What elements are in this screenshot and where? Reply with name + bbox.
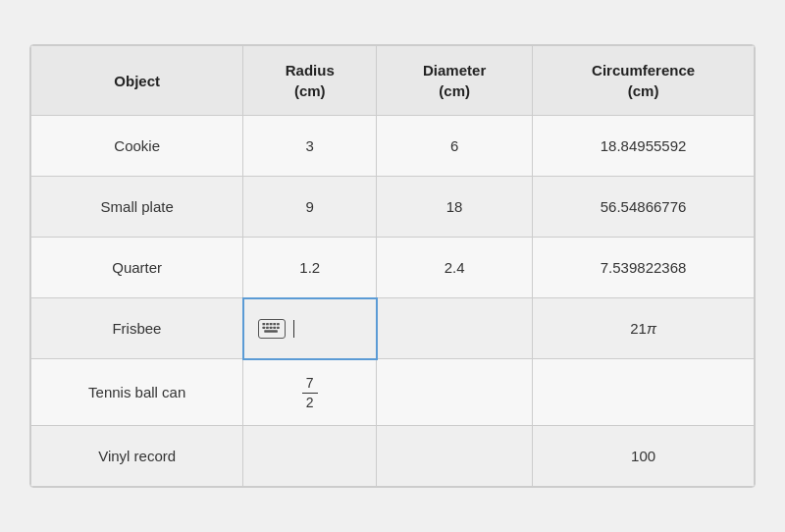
cell-radius: 1.2 <box>243 238 377 298</box>
cell-diameter: 2.4 <box>377 238 533 298</box>
cell-radius: 3 <box>243 116 377 177</box>
svg-rect-0 <box>262 323 265 325</box>
cell-circumference: 100 <box>533 425 755 486</box>
keyboard-icon <box>258 319 286 339</box>
cell-circumference <box>533 359 755 425</box>
svg-rect-1 <box>266 323 269 325</box>
svg-rect-8 <box>273 327 276 329</box>
svg-rect-10 <box>264 330 278 332</box>
table-row: Quarter1.22.47.539822368 <box>31 238 755 298</box>
svg-rect-3 <box>273 323 276 325</box>
table-row: Cookie3618.84955592 <box>31 116 755 177</box>
svg-rect-5 <box>262 327 265 329</box>
fraction-value: 7 2 <box>302 375 318 411</box>
cell-diameter <box>377 359 533 425</box>
text-cursor <box>293 320 295 338</box>
col-header-radius: Radius(cm) <box>243 46 377 116</box>
cell-object: Tennis ball can <box>31 359 243 425</box>
svg-rect-2 <box>270 323 273 325</box>
table-header-row: Object Radius(cm) Diameter(cm) Circumfer… <box>31 46 755 116</box>
circle-data-table: Object Radius(cm) Diameter(cm) Circumfer… <box>30 45 755 486</box>
cell-diameter: 18 <box>377 177 533 238</box>
svg-rect-9 <box>277 327 280 329</box>
cell-circumference: 7.539822368 <box>533 238 755 298</box>
cell-radius <box>243 425 377 486</box>
input-cell-content <box>258 319 362 339</box>
cell-object: Small plate <box>31 177 243 238</box>
table-row: Frisbee <box>31 298 755 359</box>
table-row: Tennis ball can 7 2 <box>31 359 755 425</box>
table-row: Small plate91856.54866776 <box>31 177 755 238</box>
cell-diameter: 6 <box>377 116 533 177</box>
cell-diameter <box>377 298 533 359</box>
cell-radius: 9 <box>243 177 377 238</box>
fraction-denominator: 2 <box>302 394 318 411</box>
svg-rect-4 <box>277 323 280 325</box>
table-row: Vinyl record100 <box>31 425 755 486</box>
svg-rect-7 <box>270 327 273 329</box>
cell-object: Frisbee <box>31 298 243 359</box>
col-header-object: Object <box>31 46 243 116</box>
cell-circumference: 21π <box>533 298 755 359</box>
circumference-value: 21π <box>630 320 656 337</box>
col-header-circumference: Circumference(cm) <box>533 46 755 116</box>
fraction-numerator: 7 <box>302 375 318 394</box>
cell-radius: 7 2 <box>243 359 377 425</box>
cell-object: Cookie <box>31 116 243 177</box>
cell-object: Vinyl record <box>31 425 243 486</box>
svg-rect-6 <box>266 327 269 329</box>
cell-diameter <box>377 425 533 486</box>
cell-circumference: 56.54866776 <box>533 177 755 238</box>
cell-circumference: 18.84955592 <box>533 116 755 177</box>
cell-object: Quarter <box>31 238 243 298</box>
col-header-diameter: Diameter(cm) <box>377 46 533 116</box>
main-table-wrapper: Object Radius(cm) Diameter(cm) Circumfer… <box>29 44 756 487</box>
cell-radius[interactable] <box>243 298 377 359</box>
